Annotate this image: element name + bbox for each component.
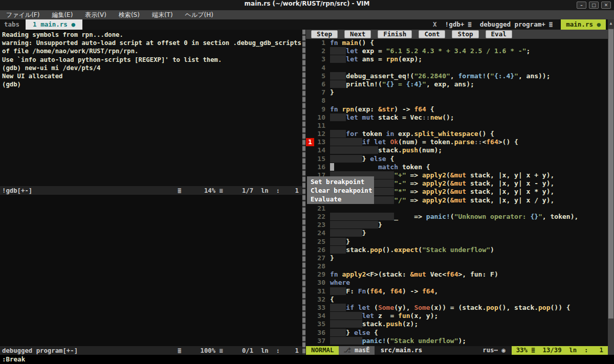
sign-column	[306, 287, 314, 295]
code-line[interactable]: 3 let ans = rpn(exp);	[306, 55, 608, 63]
code-line[interactable]: 10 let mut stack = Vec::new();	[306, 113, 608, 122]
buffer-debugged-program[interactable]: debugged program+≣	[480, 19, 553, 30]
line-number: 23	[314, 221, 325, 229]
code-line[interactable]: 24 }	[306, 229, 608, 237]
code-text: } else {	[325, 329, 378, 337]
window-separator[interactable]	[302, 30, 306, 355]
sign-column	[306, 279, 314, 287]
code-line[interactable]: 21	[306, 204, 608, 213]
sign-column	[306, 130, 314, 138]
code-line[interactable]: 34 let z = fun(x, y);	[306, 312, 608, 320]
breakpoint-sign[interactable]: 1	[306, 138, 314, 146]
code-line[interactable]: 37 panic!("Stack underflow");	[306, 337, 608, 345]
eval-button[interactable]: Eval	[486, 30, 512, 38]
command-line[interactable]: :Break	[0, 355, 614, 364]
code-line[interactable]: 2 let exp = "6.1 5.2 4.3 * + 3.4 2.5 / 1…	[306, 47, 608, 55]
scrollbar-thumb[interactable]	[608, 29, 613, 318]
sign-column	[306, 337, 314, 345]
vertical-scrollbar[interactable]: ▲	[608, 19, 614, 355]
code-line[interactable]: 1fn main() {	[306, 39, 608, 47]
program-buffer-name: debugged program[+-]	[2, 347, 78, 354]
code-line[interactable]: 11	[306, 122, 608, 130]
code-line[interactable]: 9fn rpn(exp: &str) -> f64 {	[306, 105, 608, 113]
code-line[interactable]: 16 match token {	[306, 163, 608, 171]
sign-column	[306, 122, 314, 130]
window-controls: – □ ✕	[577, 2, 611, 9]
menu-item-v[interactable]: 表示(V)	[85, 11, 106, 19]
code-line[interactable]: 113 if let Ok(num) = token.parse::<f64>(…	[306, 138, 608, 146]
menu-item-e[interactable]: 編集(E)	[52, 11, 73, 19]
menu-item-s[interactable]: 検索(S)	[119, 11, 140, 19]
code-line[interactable]: 36 } else {	[306, 329, 608, 337]
sign-column	[306, 229, 314, 237]
code-line[interactable]: 22 _ => panic!("Unknown operator: {}", t…	[306, 213, 608, 221]
line-number: 25	[314, 238, 325, 246]
sign-column	[306, 88, 314, 97]
tab-main-rs[interactable]: 1 main.rs ●	[26, 19, 82, 30]
step-button[interactable]: Step	[311, 30, 338, 38]
code-line[interactable]: 4	[306, 64, 608, 72]
code-text: {	[325, 295, 334, 304]
finish-button[interactable]: Finish	[378, 30, 412, 38]
code-text	[325, 204, 330, 213]
line-number: 35	[314, 320, 325, 328]
tab-label: 1 main.rs	[33, 20, 71, 28]
code-line[interactable]: 14 stack.push(num);	[306, 146, 608, 154]
minimize-button[interactable]: –	[577, 2, 586, 9]
code-line[interactable]: 6 println!("{} = {:4}", exp, ans);	[306, 80, 608, 88]
code-text: stack.pop().expect("Stack underflow")	[325, 246, 494, 254]
code-line[interactable]: 27}	[306, 254, 608, 262]
title-bar: main.rs (~/work/RUST/rpn/src) - VIM – □ …	[0, 0, 614, 10]
sign-column	[306, 238, 314, 246]
sign-column	[306, 221, 314, 229]
debug-button-row: StepNextFinishContStopEval	[306, 30, 608, 39]
program-statusline: debugged program[+-] ≣ 100% ≡ 0/1 ln : 1	[0, 346, 302, 355]
popup-item-clear-breakpoint[interactable]: Clear breakpoint	[311, 186, 374, 195]
maximize-button[interactable]: □	[589, 2, 599, 9]
file-path: src/main.rs	[375, 346, 428, 355]
code-line[interactable]: 15 } else {	[306, 155, 608, 163]
code-line[interactable]: 33 if let (Some(y), Some(x)) = (stack.po…	[306, 304, 608, 312]
code-line[interactable]: 7}	[306, 88, 608, 97]
code-text: where	[325, 279, 350, 287]
next-button[interactable]: Next	[344, 30, 371, 38]
stop-button[interactable]: Stop	[452, 30, 478, 38]
scrollbar-up-arrow-icon[interactable]: ▲	[608, 19, 614, 28]
code-line[interactable]: 35 stack.push(z);	[306, 320, 608, 328]
tabline-right: X !gdb+≣debugged program+≣ main.rs ●	[433, 19, 614, 30]
cont-button[interactable]: Cont	[419, 30, 445, 38]
code-text: F: Fn(f64, f64) -> f64,	[325, 287, 438, 295]
close-button[interactable]: ✕	[601, 2, 611, 9]
code-line[interactable]: 29fn apply2<F>(stack: &mut Vec<f64>, fun…	[306, 270, 608, 279]
code-line[interactable]: 30where	[306, 279, 608, 287]
code-line[interactable]: 8	[306, 97, 608, 105]
gdb-terminal[interactable]: Reading symbols from rpn...done.warning:…	[0, 30, 302, 186]
buffer-gdb[interactable]: !gdb+≣	[445, 19, 472, 30]
code-line[interactable]: 5 debug_assert_eq!("26.2840", format!("{…	[306, 72, 608, 80]
code-text: fn main() {	[325, 39, 374, 47]
menu-item-h[interactable]: ヘルプ(H)	[185, 11, 213, 19]
popup-item-evaluate[interactable]: Evaluate	[311, 195, 374, 203]
tabline-close-icon[interactable]: X	[433, 19, 437, 30]
code-line[interactable]: 28	[306, 262, 608, 270]
popup-item-set-breakpoint[interactable]: Set breakpoint	[311, 177, 374, 186]
code-text	[325, 64, 330, 72]
menu-item-t[interactable]: 端末(T)	[152, 11, 173, 19]
buffer-label: !gdb+	[445, 20, 465, 28]
code-line[interactable]: 32{	[306, 295, 608, 304]
code-line[interactable]: 31 F: Fn(f64, f64) -> f64,	[306, 287, 608, 295]
modified-dot-icon: ●	[71, 20, 75, 28]
line-number: 34	[314, 312, 325, 320]
program-status-info: ≣ 100% ≡ 0/1 ln : 1	[178, 347, 299, 354]
menu-item-f[interactable]: ファイル(F)	[6, 11, 39, 19]
program-terminal[interactable]	[0, 195, 302, 346]
line-number: 37	[314, 337, 325, 345]
code-line[interactable]: 12 for token in exp.split_whitespace() {	[306, 130, 608, 138]
code-line[interactable]: 26 stack.pop().expect("Stack underflow")	[306, 246, 608, 254]
sign-column	[306, 72, 314, 80]
buffer-main-rs[interactable]: main.rs ●	[561, 19, 606, 30]
code-line[interactable]: 25 }	[306, 238, 608, 246]
code-text: stack.push(z);	[325, 320, 418, 328]
code-line[interactable]: 23 }	[306, 221, 608, 229]
gdb-output-line: warning: Unsupported auto-load script at…	[2, 39, 302, 47]
